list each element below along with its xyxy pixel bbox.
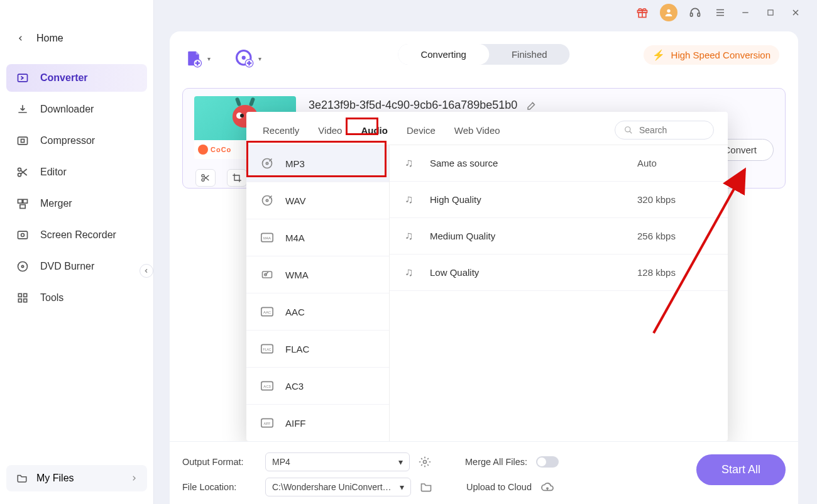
status-segmented: Converting Finished — [398, 44, 569, 65]
music-note-icon: ♫ — [405, 229, 419, 243]
sidebar-item-label: Downloader — [40, 104, 94, 115]
quality-value: Auto — [637, 158, 713, 168]
add-disc-button[interactable]: ▾ — [233, 47, 261, 70]
file-location-value: C:\Wondershare UniConverter 1 — [272, 482, 392, 492]
start-all-button[interactable]: Start All — [696, 454, 786, 485]
quality-label: Same as source — [430, 158, 626, 168]
format-tab-recently[interactable]: Recently — [260, 124, 302, 137]
sidebar-home-label: Home — [36, 33, 63, 44]
sidebar-item-tools[interactable]: Tools — [6, 284, 147, 312]
crop-button[interactable] — [227, 169, 247, 187]
format-option-aac[interactable]: AAC AAC — [246, 293, 389, 331]
svg-rect-29 — [24, 299, 27, 302]
svg-point-24 — [18, 262, 28, 271]
sidebar-item-downloader[interactable]: Downloader — [6, 96, 147, 123]
format-label: WAV — [285, 195, 306, 206]
edit-name-icon[interactable] — [526, 100, 537, 111]
format-option-m4a[interactable]: M4A M4A — [246, 219, 389, 256]
converter-icon — [16, 72, 29, 84]
gift-icon[interactable] — [635, 5, 650, 20]
audio-tag-icon: AC3 — [260, 379, 274, 393]
cloud-icon[interactable] — [540, 481, 554, 493]
svg-point-64 — [424, 461, 427, 464]
svg-text:AIFF: AIFF — [264, 422, 271, 425]
audio-tag-icon: AIFF — [260, 416, 274, 430]
sidebar-item-converter[interactable]: Converter — [6, 64, 147, 92]
quality-label: Low Quality — [430, 267, 626, 278]
sidebar-item-merger[interactable]: Merger — [6, 190, 147, 217]
music-note-icon: ♫ — [405, 266, 419, 279]
user-avatar-icon[interactable] — [660, 4, 677, 21]
format-search-input[interactable] — [639, 125, 705, 135]
format-option-wma[interactable]: WMA — [246, 256, 389, 293]
output-format-select[interactable]: MP4 ▾ — [265, 452, 410, 471]
svg-text:FLAC: FLAC — [263, 348, 271, 351]
quality-label: Medium Quality — [430, 231, 626, 241]
audio-tag-icon: FLAC — [260, 342, 274, 356]
merge-label: Merge All Files: — [465, 457, 527, 467]
hamburger-menu-icon[interactable] — [713, 5, 728, 20]
bolt-icon: ⚡ — [652, 49, 665, 61]
sidebar-item-screen-recorder[interactable]: Screen Recorder — [6, 221, 147, 249]
chevron-down-icon: ▾ — [400, 482, 404, 492]
merge-toggle[interactable] — [536, 456, 559, 468]
support-headset-icon[interactable] — [688, 5, 703, 20]
format-option-wav[interactable]: WAV — [246, 182, 389, 219]
scissors-icon — [16, 166, 29, 178]
window-maximize-icon[interactable] — [763, 5, 778, 20]
sidebar-home[interactable]: Home — [0, 25, 153, 52]
quality-option-high[interactable]: ♫ High Quality 320 kbps — [390, 182, 728, 218]
trim-button[interactable] — [195, 169, 216, 187]
file-edit-tools — [195, 169, 247, 187]
window-titlebar — [635, 4, 803, 21]
settings-gear-icon[interactable] — [419, 456, 432, 468]
sidebar-item-dvd-burner[interactable]: DVD Burner — [6, 253, 147, 280]
file-location-select[interactable]: C:\Wondershare UniConverter 1 ▾ — [265, 478, 411, 496]
audio-tag-icon: M4A — [260, 231, 274, 244]
format-option-aiff[interactable]: AIFF AIFF — [246, 405, 389, 441]
chevron-down-icon: ▾ — [398, 457, 403, 467]
format-label: MP3 — [285, 158, 305, 169]
format-label: AC3 — [285, 381, 304, 392]
sidebar-my-files[interactable]: My Files — [6, 465, 147, 491]
format-tab-video[interactable]: Video — [315, 124, 344, 137]
svg-point-25 — [21, 265, 23, 267]
quality-option-same-as-source[interactable]: ♫ Same as source Auto — [390, 145, 728, 182]
search-icon — [624, 126, 633, 134]
output-format-value: MP4 — [272, 457, 290, 467]
svg-point-42 — [625, 127, 630, 132]
svg-point-34 — [242, 56, 246, 60]
high-speed-label: High Speed Conversion — [671, 50, 770, 60]
disc-icon — [16, 260, 29, 273]
high-speed-conversion-button[interactable]: ⚡ High Speed Conversion — [644, 45, 779, 65]
add-file-button[interactable]: ▾ — [182, 47, 211, 70]
format-tab-audio[interactable]: Audio — [358, 124, 390, 137]
segment-converting[interactable]: Converting — [398, 44, 489, 65]
window-close-icon[interactable] — [788, 5, 803, 20]
format-search[interactable] — [615, 121, 714, 140]
quality-value: 320 kbps — [637, 194, 713, 205]
format-label: AAC — [285, 307, 305, 317]
format-tab-web-video[interactable]: Web Video — [452, 124, 503, 137]
music-note-icon: ♫ — [405, 193, 419, 206]
segment-finished[interactable]: Finished — [489, 44, 570, 65]
sidebar-item-editor[interactable]: Editor — [6, 158, 147, 186]
chevron-down-icon: ▾ — [207, 55, 211, 62]
format-option-ac3[interactable]: AC3 AC3 — [246, 368, 389, 405]
format-tab-device[interactable]: Device — [404, 124, 438, 137]
quality-option-low[interactable]: ♫ Low Quality 128 kbps — [390, 255, 728, 291]
grid-icon — [16, 292, 29, 304]
format-option-flac[interactable]: FLAC FLAC — [246, 331, 389, 368]
sidebar-item-label: Converter — [40, 72, 88, 84]
download-icon — [16, 103, 29, 116]
quality-option-medium[interactable]: ♫ Medium Quality 256 kbps — [390, 218, 728, 255]
audio-tag-icon: AAC — [260, 305, 274, 319]
format-option-mp3[interactable]: MP3 — [246, 145, 389, 182]
format-label: WMA — [285, 270, 309, 280]
open-folder-icon[interactable] — [420, 481, 434, 493]
sidebar-collapse-handle[interactable] — [140, 264, 153, 278]
window-minimize-icon[interactable] — [738, 5, 753, 20]
format-list: MP3 WAV M4A M4A WMA AAC AAC — [246, 145, 390, 441]
upload-cloud-label: Upload to Cloud — [466, 482, 532, 492]
sidebar-item-compressor[interactable]: Compressor — [6, 127, 147, 155]
